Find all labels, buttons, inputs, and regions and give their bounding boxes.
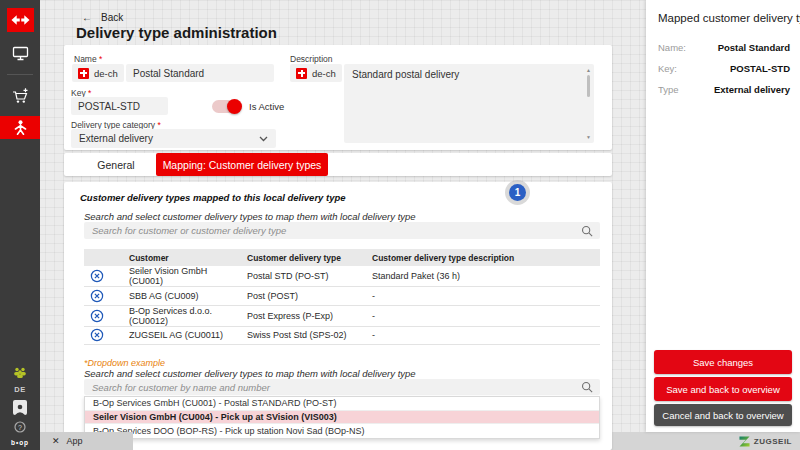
search-icon <box>581 381 593 393</box>
remove-icon[interactable] <box>90 269 104 283</box>
toggle-knob <box>227 99 242 114</box>
name-input[interactable] <box>126 64 274 82</box>
customer-search-2 <box>84 379 600 395</box>
help-icon[interactable]: ? <box>14 421 26 433</box>
detail-row-name: Name: Postal Standard <box>658 42 790 53</box>
name-label: Name * <box>74 54 102 64</box>
swiss-flag-icon <box>78 68 89 79</box>
key-input[interactable] <box>71 97 168 115</box>
app-status-label: App <box>67 436 83 446</box>
customer-search-input[interactable] <box>84 222 581 239</box>
svg-text:?: ? <box>18 424 22 431</box>
save-and-back-button[interactable]: Save and back to overview <box>654 377 792 401</box>
close-icon[interactable]: ✕ <box>52 436 60 446</box>
dropdown-option[interactable]: B-Op Services DOO (BOP-RS) - Pick up sta… <box>85 424 599 438</box>
name-language-chip: de-ch <box>72 64 124 82</box>
description-label: Description <box>290 54 333 64</box>
cancel-and-back-button[interactable]: Cancel and back to overview <box>654 404 792 426</box>
dropdown-option[interactable]: B-Op Services GmbH (CU001) - Postal STAN… <box>85 397 599 411</box>
language-selector[interactable]: DE <box>14 385 25 394</box>
page-title: Delivery type administration <box>76 24 277 41</box>
mapped-types-table: Customer Customer delivery type Customer… <box>84 249 600 345</box>
app-status-bar: ✕ App <box>40 432 133 450</box>
back-button[interactable]: ← Back <box>82 12 123 23</box>
sidebar-divider <box>7 74 33 75</box>
table-row: ZUGSEIL AG (CU0011) Swiss Post Std (SPS-… <box>84 326 600 345</box>
remove-icon[interactable] <box>90 328 104 342</box>
sidebar-item-persons-active[interactable] <box>0 116 40 139</box>
monitor-icon[interactable] <box>0 40 40 66</box>
scrollbar-thumb[interactable] <box>587 75 590 97</box>
search-hint-2: Search and select customer delivery type… <box>84 368 416 379</box>
col-customer-delivery-type-description: Customer delivery type description <box>368 249 600 266</box>
zugseil-brand-text: ZUGSEIL <box>754 437 792 446</box>
details-panel-title: Mapped customer delivery typ... <box>658 12 800 24</box>
scroll-up-icon[interactable]: ▲ <box>586 67 591 73</box>
customer-search <box>84 222 600 239</box>
tab-general[interactable]: General <box>76 153 156 176</box>
table-header-row: Customer Customer delivery type Customer… <box>84 249 600 266</box>
dropdown-option-highlighted[interactable]: Seiler Vision GmbH (CU004) - Pick up at … <box>85 411 599 425</box>
category-select[interactable]: External delivery <box>71 129 276 148</box>
remove-icon[interactable] <box>90 289 104 303</box>
mapping-card: Customer delivery types mapped to this l… <box>64 182 612 450</box>
zugseil-logo-icon <box>739 436 750 447</box>
textarea-scrollbar[interactable]: ▲ ▼ <box>585 67 592 140</box>
save-changes-button[interactable]: Save changes <box>654 350 792 374</box>
sbb-logo-icon[interactable] <box>7 8 34 32</box>
col-customer: Customer <box>125 249 243 266</box>
avatar[interactable] <box>13 400 27 415</box>
col-customer-delivery-type: Customer delivery type <box>243 249 368 266</box>
mapping-heading: Customer delivery types mapped to this l… <box>80 192 346 203</box>
is-active-label: Is Active <box>249 101 284 112</box>
dropdown-example-label: *Dropdown example <box>84 358 165 368</box>
left-sidebar: DE ? b•op <box>0 0 40 450</box>
scroll-down-icon[interactable]: ▼ <box>586 134 591 140</box>
tab-mapping-customer-delivery-types[interactable]: Mapping: Customer delivery types <box>156 153 328 176</box>
table-row: B-Op Services d.o.o. (CU0012) Post Expre… <box>84 305 600 326</box>
cart-icon[interactable] <box>0 83 40 109</box>
chevron-down-icon <box>259 136 268 142</box>
zugseil-brand: ZUGSEIL <box>739 432 792 450</box>
users-icon[interactable] <box>13 367 27 379</box>
search-dropdown: B-Op Services GmbH (CU001) - Postal STAN… <box>84 396 600 439</box>
search-hint: Search and select customer delivery type… <box>84 211 416 222</box>
details-panel: Mapped customer delivery typ... Name: Po… <box>646 0 800 432</box>
description-textarea[interactable]: Standard postal delivery <box>344 64 594 143</box>
bop-logo: b•op <box>11 439 29 446</box>
back-arrow-icon: ← <box>82 12 92 23</box>
table-row: Seiler Vision GmbH (CU001) Postal STD (P… <box>84 266 600 287</box>
search-icon <box>581 225 593 237</box>
back-label: Back <box>101 12 123 23</box>
description-language-chip: de-ch <box>290 64 342 82</box>
detail-row-key: Key: POSTAL-STD <box>658 63 790 74</box>
tabs-bar: General Mapping: Customer delivery types <box>64 153 612 176</box>
swiss-flag-icon <box>296 68 307 79</box>
detail-row-type: Type External delivery <box>658 84 790 95</box>
table-row: SBB AG (CU009) Post (POST) - <box>84 287 600 306</box>
delivery-type-form-card: Name * de-ch Key * Is Active Delivery ty… <box>64 45 612 150</box>
step-badge: 1 <box>505 180 530 205</box>
customer-search-input-2[interactable] <box>84 379 581 395</box>
remove-icon[interactable] <box>90 309 104 323</box>
is-active-toggle[interactable] <box>212 100 241 113</box>
